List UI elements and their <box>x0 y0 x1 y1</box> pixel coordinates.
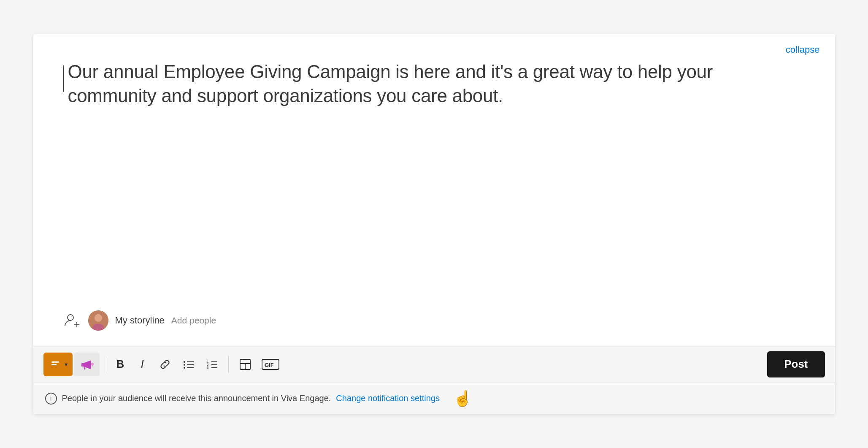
svg-rect-10 <box>81 363 84 367</box>
svg-point-16 <box>184 361 185 363</box>
announcement-button[interactable] <box>74 353 100 376</box>
svg-point-0 <box>68 315 73 320</box>
numbered-list-icon: 1 2 3 <box>206 358 219 371</box>
toolbar-divider-2 <box>228 356 229 373</box>
svg-point-12 <box>92 365 93 367</box>
numbered-list-button[interactable]: 1 2 3 <box>201 353 223 376</box>
svg-rect-9 <box>51 364 57 365</box>
italic-button[interactable]: I <box>132 353 152 376</box>
svg-rect-7 <box>49 359 61 367</box>
layout-icon <box>238 358 252 371</box>
cursor-indicator: ☝ <box>453 390 472 407</box>
avatar-svg <box>88 310 108 331</box>
svg-text:GIF: GIF <box>265 362 274 368</box>
add-people-icon[interactable] <box>63 311 81 330</box>
chat-icon <box>49 357 63 372</box>
post-type-chevron: ▾ <box>65 361 68 368</box>
bold-button[interactable]: B <box>110 353 130 376</box>
bullet-list-button[interactable] <box>178 353 200 376</box>
gif-button[interactable]: GIF <box>258 353 283 376</box>
editor-container: collapse Our annual Employee Giving Camp… <box>33 34 835 414</box>
gif-icon: GIF <box>261 358 280 371</box>
toolbar-left: ▾ B I <box>43 353 761 376</box>
editor-content: Our annual Employee Giving Campaign is h… <box>63 60 806 108</box>
layout-button[interactable] <box>234 353 256 376</box>
notification-text: People in your audience will receive thi… <box>62 394 331 403</box>
collapse-button[interactable]: collapse <box>786 44 820 55</box>
add-people-button[interactable]: Add people <box>171 315 216 326</box>
post-button[interactable]: Post <box>767 351 825 377</box>
avatar <box>88 310 108 331</box>
svg-text:3: 3 <box>207 366 209 369</box>
megaphone-icon <box>79 356 95 372</box>
svg-point-6 <box>95 314 102 322</box>
audience-row: My storyline Add people <box>63 302 806 337</box>
toolbar: ▾ B I <box>33 346 835 383</box>
svg-rect-8 <box>51 361 59 363</box>
storyline-label: My storyline <box>115 315 165 326</box>
editor-body: Our annual Employee Giving Campaign is h… <box>33 34 835 346</box>
toolbar-divider-1 <box>105 356 105 373</box>
editor-text-area[interactable]: Our annual Employee Giving Campaign is h… <box>63 60 806 302</box>
text-cursor <box>63 65 64 92</box>
notification-settings-link[interactable]: Change notification settings <box>336 394 440 403</box>
post-type-button[interactable]: ▾ <box>43 353 73 376</box>
notification-bar: i People in your audience will receive t… <box>33 383 835 414</box>
info-icon: i <box>45 393 57 405</box>
bullet-list-icon <box>182 358 195 371</box>
add-person-icon <box>64 312 80 329</box>
svg-point-18 <box>184 367 185 369</box>
link-icon <box>158 358 172 371</box>
link-button[interactable] <box>154 353 176 376</box>
svg-point-17 <box>184 364 185 366</box>
